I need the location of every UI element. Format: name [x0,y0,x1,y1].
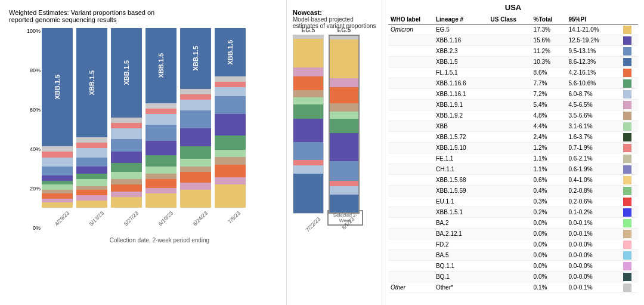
variant-table: WHO label Lineage # US Class %Total 95%P… [388,15,638,293]
table-row: XBB.1.1615.6%12.5-19.2% [388,35,638,46]
col-95pi: 95%PI [566,15,621,24]
cell-color-swatch [621,89,638,100]
cell-lineage: XBB.1.9.2 [434,110,488,121]
right-panel-title: USA [388,3,638,12]
cell-pct: 0.0% [531,272,566,282]
cell-who-label [388,175,434,186]
cell-lineage: FL.1.5.1 [434,67,488,78]
table-row: XBB.2.311.2%9.5-13.1% [388,46,638,57]
table-row: CH.1.11.1%0.6-1.9% [388,164,638,175]
y-tick-80: 80% [27,67,41,73]
cell-pct: 4.4% [531,121,566,132]
bar-4: XBB.1.5 6/10/23 [145,28,177,231]
table-row: OtherOther*0.1%0.0-0.1% [388,282,638,293]
cell-pct: 0.0% [531,261,566,272]
cell-color-swatch [621,24,638,35]
middle-panel: Nowcast: Model-based projected estimates… [286,0,382,305]
cell-color-swatch [621,153,638,164]
cell-who-label [388,186,434,196]
cell-us-class [488,67,531,78]
cell-lineage: BA.5 [434,250,488,261]
color-swatch [623,273,631,281]
color-swatch [623,284,631,292]
color-swatch [623,208,631,217]
y-tick-40: 40% [27,146,41,152]
cell-lineage: Other* [434,282,488,293]
cell-us-class [488,250,531,261]
bar-1: XBB.1.5 4/29/23 [42,28,73,231]
cell-lineage: XBB.1.5.72 [434,132,488,143]
cell-us-class [488,153,531,164]
color-swatch [623,47,631,56]
col-pct-total: %Total [531,15,566,24]
cell-pi: 0.4-1.0% [566,175,621,186]
cell-pct: 0.0% [531,218,566,229]
cell-lineage: XBB.1.5 [434,57,488,67]
cell-color-swatch [621,132,638,143]
cell-pi: 0.1-0.2% [566,207,621,218]
cell-us-class [488,132,531,143]
table-row: XBB.1.9.24.8%3.5-6.6% [388,110,638,121]
right-panel: USA WHO label Lineage # US Class %Total … [382,0,644,305]
cell-lineage: XBB.1.5.59 [434,186,488,196]
cell-who-label [388,132,434,143]
color-swatch [623,112,631,120]
cell-color-swatch [621,46,638,57]
table-row: XBB.1.9.15.4%4.5-6.5% [388,100,638,110]
cell-who-label [388,261,434,272]
color-swatch [623,176,631,184]
color-swatch [623,241,631,249]
color-swatch [623,219,631,227]
cell-lineage: XBB.2.3 [434,46,488,57]
cell-pi: 0.0-0.1% [566,218,621,229]
cell-who-label [388,110,434,121]
cell-who-label [388,143,434,153]
cell-color-swatch [621,239,638,250]
cell-us-class [488,175,531,186]
nowcast-title: Nowcast: [293,9,379,16]
cell-us-class [488,57,531,67]
cell-us-class [488,35,531,46]
cell-us-class [488,24,531,35]
table-row: BA.2.12.10.0%0.0-0.1% [388,229,638,239]
cell-pct: 17.3% [531,24,566,35]
cell-pct: 15.6% [531,35,566,46]
cell-pi: 3.5-6.6% [566,110,621,121]
cell-pct: 0.2% [531,207,566,218]
cell-pi: 4.2-16.1% [566,67,621,78]
cell-color-swatch [621,207,638,218]
cell-us-class [488,272,531,282]
eg5-label-2: EG.5 [338,27,351,33]
cell-us-class [488,229,531,239]
col-lineage: Lineage # [434,15,488,24]
cell-color-swatch [621,164,638,175]
cell-pi: 0.2-0.8% [566,186,621,196]
cell-color-swatch [621,272,638,282]
cell-who-label [388,100,434,110]
cell-color-swatch [621,186,638,196]
cell-us-class [488,121,531,132]
table-row: XBB.1.510.3%8.6-12.3% [388,57,638,67]
cell-who-label [388,35,434,46]
color-swatch [623,90,631,98]
cell-pct: 0.6% [531,175,566,186]
cell-lineage: BA.2.12.1 [434,229,488,239]
cell-pct: 0.0% [531,239,566,250]
cell-pct: 1.1% [531,164,566,175]
stacked-bar-4: XBB.1.5 [145,28,177,208]
table-row: BQ.10.0%0.0-0.0% [388,272,638,282]
cell-who-label [388,196,434,207]
cell-us-class [488,143,531,153]
cell-pct: 10.3% [531,57,566,67]
color-swatch [623,262,631,270]
color-swatch [623,251,631,260]
left-panel: Weighted Estimates: Variant proportions … [0,0,286,305]
cell-who-label [388,67,434,78]
table-row: XBB.1.16.67.7%5.6-10.6% [388,78,638,89]
color-swatch [623,133,631,141]
cell-color-swatch [621,196,638,207]
cell-pi: 0.7-1.9% [566,143,621,153]
cell-pct: 8.6% [531,67,566,78]
color-swatch [623,155,631,163]
cell-us-class [488,196,531,207]
